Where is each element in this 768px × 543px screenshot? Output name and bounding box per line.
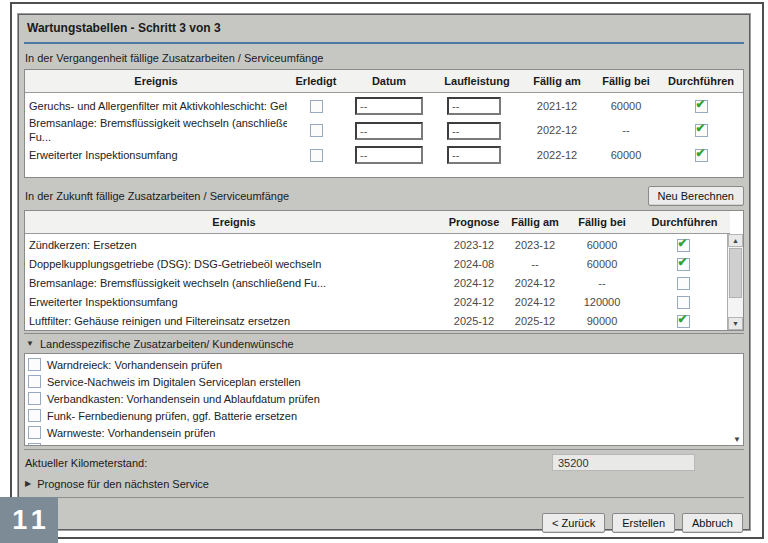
future-table-row: Doppelkupplungsgetriebe (DSG): DSG-Getri… bbox=[25, 254, 727, 273]
future-col-3: Fällig bei bbox=[565, 211, 639, 233]
laufleistung-cell bbox=[433, 121, 521, 140]
item-checkbox[interactable] bbox=[28, 426, 41, 439]
faellig-am-value: 2021-12 bbox=[521, 100, 593, 112]
scrollbar-down-icon[interactable]: ▼ bbox=[728, 317, 743, 330]
check-icon: ✔ bbox=[696, 147, 706, 160]
list-item-label: Warnweste: Vorhandensein prüfen bbox=[47, 427, 215, 439]
past-table-row: Erweiterter Inspektionsumfang2022-126000… bbox=[25, 144, 743, 165]
datum-cell bbox=[345, 121, 433, 140]
list-item: Verbandkasten: Vorhandensein und Ablaufd… bbox=[28, 390, 743, 407]
scrollbar-track[interactable] bbox=[728, 247, 743, 317]
item-checkbox[interactable] bbox=[28, 375, 41, 388]
check-icon: ✔ bbox=[678, 256, 688, 269]
scrollbar-up-icon[interactable]: ▲ bbox=[728, 234, 743, 247]
durchfuehren-checkbox[interactable] bbox=[677, 277, 690, 290]
faellig-am-value: -- bbox=[505, 258, 565, 270]
erledigt-checkbox[interactable] bbox=[310, 100, 323, 113]
faellig-bei-value: 90000 bbox=[565, 315, 639, 327]
faellig-bei-value: 60000 bbox=[593, 100, 659, 112]
check-icon: ✔ bbox=[678, 237, 688, 250]
durchfuehren-checkbox[interactable]: ✔ bbox=[695, 149, 708, 162]
erstellen-button[interactable]: Erstellen bbox=[612, 513, 675, 533]
event-label: Bremsanlage: Bremsflüssigkeit wechseln (… bbox=[25, 276, 443, 290]
past-col-4: Fällig am bbox=[521, 70, 593, 92]
past-col-3: Laufleistung bbox=[433, 70, 521, 92]
future-table-row: Bremsanlage: Bremsflüssigkeit wechseln (… bbox=[25, 273, 727, 292]
past-col-0: Ereignis bbox=[25, 70, 287, 92]
check-icon: ✔ bbox=[678, 313, 688, 326]
faellig-am-value: 2024-12 bbox=[505, 277, 565, 289]
event-label: Luftfilter: Gehäuse reinigen und Filtere… bbox=[25, 314, 443, 328]
prognose-value: 2024-12 bbox=[443, 296, 505, 308]
faellig-bei-value: 60000 bbox=[593, 149, 659, 161]
faellig-am-value: 2023-12 bbox=[505, 239, 565, 251]
prognose-value: 2023-12 bbox=[443, 239, 505, 251]
checkbox-cell bbox=[639, 274, 727, 292]
neu-berechnen-button[interactable]: Neu Berechnen bbox=[648, 186, 744, 206]
km-label: Aktueller Kilometerstand: bbox=[25, 457, 147, 469]
footer-divider-top bbox=[24, 449, 744, 450]
country-section-header[interactable]: ▼ Landesspezifische Zusatzarbeiten/ Kund… bbox=[24, 333, 744, 353]
durchfuehren-checkbox[interactable] bbox=[677, 296, 690, 309]
checkbox-cell: ✔ bbox=[639, 312, 727, 330]
zurueck-button[interactable]: < Zurück bbox=[542, 513, 605, 533]
future-col-1: Prognose bbox=[443, 211, 505, 233]
list-item-partial bbox=[28, 441, 743, 446]
list-scroll-down-icon[interactable]: ▼ bbox=[733, 436, 741, 444]
checkbox-cell bbox=[287, 146, 345, 164]
event-label: Erweiterter Inspektionsumfang bbox=[25, 295, 443, 309]
durchfuehren-checkbox[interactable]: ✔ bbox=[695, 124, 708, 137]
collapse-triangle-icon[interactable]: ▼ bbox=[26, 339, 34, 349]
list-item-label: Verbandkasten: Vorhandensein und Ablaufd… bbox=[47, 393, 320, 405]
laufleistung-cell bbox=[433, 145, 521, 164]
item-checkbox[interactable] bbox=[28, 358, 41, 371]
durchfuehren-checkbox[interactable]: ✔ bbox=[677, 258, 690, 271]
future-col-4: Durchführen bbox=[639, 211, 730, 233]
datum-input[interactable] bbox=[355, 97, 423, 115]
datum-input[interactable] bbox=[355, 146, 423, 164]
laufleistung-input[interactable] bbox=[447, 97, 501, 115]
checkbox-cell bbox=[287, 97, 345, 115]
window-title: Wartungstabellen - Schritt 3 von 3 bbox=[24, 15, 744, 38]
country-section-label: Landesspezifische Zusatzarbeiten/ Kunden… bbox=[40, 338, 294, 350]
laufleistung-cell bbox=[433, 96, 521, 115]
durchfuehren-checkbox[interactable]: ✔ bbox=[677, 315, 690, 328]
future-table-body: Zündkerzen: Ersetzen2023-122023-1260000✔… bbox=[25, 234, 727, 330]
item-checkbox[interactable] bbox=[28, 409, 41, 422]
checkbox-cell bbox=[287, 121, 345, 139]
past-col-6: Durchführen bbox=[659, 70, 743, 92]
past-table-header: EreignisErledigtDatumLaufleistungFällig … bbox=[25, 70, 743, 93]
past-table-body: Geruchs- und Allergenfilter mit Aktivkoh… bbox=[25, 93, 743, 177]
laufleistung-input[interactable] bbox=[447, 122, 501, 140]
prognose-value: 2024-08 bbox=[443, 258, 505, 270]
check-icon: ✔ bbox=[696, 122, 706, 135]
list-item: Funk- Fernbedienung prüfen, ggf. Batteri… bbox=[28, 407, 743, 424]
event-label: Erweiterter Inspektionsumfang bbox=[25, 148, 287, 162]
past-col-1: Erledigt bbox=[287, 70, 345, 92]
item-checkbox[interactable] bbox=[28, 392, 41, 405]
future-table-header: EreignisPrognoseFällig amFällig beiDurch… bbox=[25, 211, 730, 234]
future-section-label: In der Zukunft fällige Zusatzarbeiten / … bbox=[24, 190, 289, 203]
item-checkbox[interactable] bbox=[28, 443, 41, 446]
erledigt-checkbox[interactable] bbox=[310, 124, 323, 137]
abbruch-button[interactable]: Abbruch bbox=[682, 513, 743, 533]
durchfuehren-checkbox[interactable]: ✔ bbox=[677, 239, 690, 252]
prognose-toggle[interactable]: ▶ Prognose für den nächsten Service bbox=[24, 477, 744, 491]
laufleistung-input[interactable] bbox=[447, 146, 501, 164]
scrollbar-thumb[interactable] bbox=[729, 248, 742, 298]
durchfuehren-checkbox[interactable]: ✔ bbox=[695, 100, 708, 113]
prognose-value: 2025-12 bbox=[443, 315, 505, 327]
faellig-bei-value: 60000 bbox=[565, 258, 639, 270]
wartungstabellen-window: Wartungstabellen - Schritt 3 von 3 In de… bbox=[18, 14, 750, 530]
faellig-bei-value: 60000 bbox=[565, 239, 639, 251]
list-item: Warndreieck: Vorhandensein prüfen bbox=[28, 356, 743, 373]
km-input[interactable] bbox=[552, 454, 695, 471]
expand-triangle-icon[interactable]: ▶ bbox=[25, 479, 31, 489]
faellig-bei-value: 120000 bbox=[565, 296, 639, 308]
erledigt-checkbox[interactable] bbox=[310, 149, 323, 162]
future-table-scrollbar[interactable]: ▲ ▼ bbox=[727, 234, 743, 330]
datum-input[interactable] bbox=[355, 122, 423, 140]
past-section-label: In der Vergangenheit fällige Zusatzarbei… bbox=[24, 52, 744, 65]
prognose-label: Prognose für den nächsten Service bbox=[37, 478, 209, 490]
past-table: EreignisErledigtDatumLaufleistungFällig … bbox=[24, 69, 744, 178]
